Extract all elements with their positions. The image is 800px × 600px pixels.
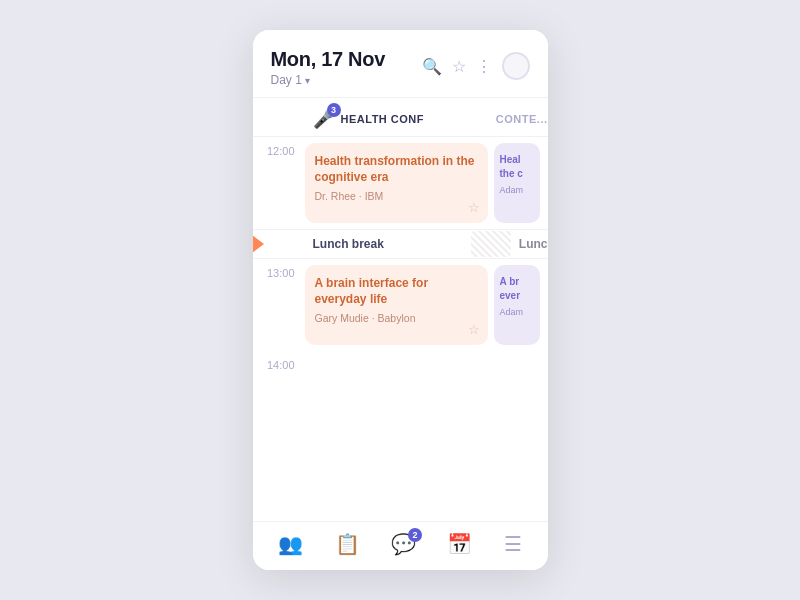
lunch-label-right: Lunc bbox=[519, 237, 548, 251]
session-star-health[interactable]: ☆ bbox=[468, 200, 480, 215]
session-speaker-brain-alt: Adam bbox=[500, 307, 534, 317]
header-left: Mon, 17 Nov Day 1 ▾ bbox=[271, 48, 386, 87]
nav-item-schedule[interactable]: 📋 bbox=[335, 532, 360, 556]
section-14: 14:00 bbox=[253, 351, 548, 371]
search-icon[interactable]: 🔍 bbox=[422, 57, 442, 76]
session-card-brain-alt[interactable]: A br ever Adam bbox=[494, 265, 540, 345]
section-12: 12:00 Health transformation in the cogni… bbox=[253, 137, 548, 229]
chevron-down-icon[interactable]: ▾ bbox=[305, 75, 310, 86]
session-card-brain[interactable]: A brain interface for everyday life Gary… bbox=[305, 265, 488, 345]
session-speaker-brain: Gary Mudie · Babylon bbox=[315, 312, 478, 324]
session-card-health-alt[interactable]: Heal the c Adam bbox=[494, 143, 540, 223]
phone-container: Mon, 17 Nov Day 1 ▾ 🔍 ☆ ⋮ 🎤 3 HEALTH CON… bbox=[253, 30, 548, 570]
tracks-header: 🎤 3 HEALTH CONF CONTE... bbox=[253, 98, 548, 137]
schedule-icon: 📋 bbox=[335, 532, 360, 556]
bottom-nav: 👥 📋 💬 2 📅 ☰ bbox=[253, 521, 548, 570]
star-icon[interactable]: ☆ bbox=[452, 57, 466, 76]
lunch-row: Lunch break Lunc bbox=[253, 229, 548, 259]
track1-name: HEALTH CONF bbox=[341, 113, 425, 125]
messages-badge: 2 bbox=[408, 528, 422, 542]
nav-item-people[interactable]: 👥 bbox=[278, 532, 303, 556]
session-star-brain[interactable]: ☆ bbox=[468, 322, 480, 337]
nav-item-messages[interactable]: 💬 2 bbox=[391, 532, 416, 556]
day-label: Day 1 bbox=[271, 73, 302, 87]
header-date: Mon, 17 Nov bbox=[271, 48, 386, 71]
track2-name: CONTE... bbox=[488, 113, 548, 125]
lunch-arrow-icon bbox=[253, 235, 264, 253]
header-subtitle: Day 1 ▾ bbox=[271, 73, 386, 87]
session-speaker-health-alt: Adam bbox=[500, 185, 534, 195]
header-icons: 🔍 ☆ ⋮ bbox=[422, 52, 530, 80]
more-icon[interactable]: ⋮ bbox=[476, 57, 492, 76]
track1-icon-wrap: 🎤 3 bbox=[313, 108, 335, 130]
sessions-1300: A brain interface for everyday life Gary… bbox=[305, 259, 548, 351]
session-title-health: Health transformation in the cognitive e… bbox=[315, 153, 478, 185]
lunch-pattern bbox=[471, 231, 511, 257]
menu-icon: ☰ bbox=[504, 532, 522, 556]
header: Mon, 17 Nov Day 1 ▾ 🔍 ☆ ⋮ bbox=[253, 30, 548, 98]
content-area: 🎤 3 HEALTH CONF CONTE... 12:00 Health tr… bbox=[253, 98, 548, 521]
people-icon: 👥 bbox=[278, 532, 303, 556]
session-title-brain: A brain interface for everyday life bbox=[315, 275, 478, 307]
track1-badge: 3 bbox=[327, 103, 341, 117]
calendar-icon: 📅 bbox=[447, 532, 472, 556]
section-13: 13:00 A brain interface for everyday lif… bbox=[253, 259, 548, 351]
time-1400: 14:00 bbox=[253, 351, 305, 371]
session-title-health-alt: Heal the c bbox=[500, 153, 534, 180]
session-card-health[interactable]: Health transformation in the cognitive e… bbox=[305, 143, 488, 223]
session-speaker-health: Dr. Rhee · IBM bbox=[315, 190, 478, 202]
session-title-brain-alt: A br ever bbox=[500, 275, 534, 302]
time-1300: 13:00 bbox=[253, 259, 305, 351]
nav-item-calendar[interactable]: 📅 bbox=[447, 532, 472, 556]
time-1200: 12:00 bbox=[253, 137, 305, 229]
lunch-label: Lunch break bbox=[305, 230, 471, 258]
nav-item-menu[interactable]: ☰ bbox=[504, 532, 522, 556]
sessions-1200: Health transformation in the cognitive e… bbox=[305, 137, 548, 229]
avatar[interactable] bbox=[502, 52, 530, 80]
track1-col: 🎤 3 HEALTH CONF bbox=[305, 108, 488, 130]
